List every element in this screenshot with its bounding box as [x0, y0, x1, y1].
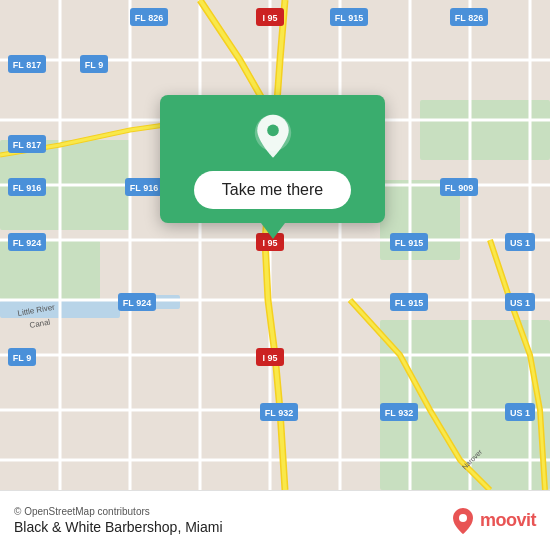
svg-text:FL 826: FL 826: [135, 13, 163, 23]
svg-text:FL 817: FL 817: [13, 60, 41, 70]
svg-text:I 95: I 95: [262, 238, 277, 248]
svg-text:FL 915: FL 915: [395, 238, 423, 248]
svg-text:US 1: US 1: [510, 238, 530, 248]
bottom-bar: © OpenStreetMap contributors Black & Whi…: [0, 490, 550, 550]
map-container: FL 826 FL 915 FL 826 FL 817 FL 817 FL 91…: [0, 0, 550, 490]
svg-text:I 95: I 95: [262, 353, 277, 363]
svg-text:FL 909: FL 909: [445, 183, 473, 193]
navigation-popup: Take me there: [160, 95, 385, 223]
location-pin-icon: [249, 113, 297, 161]
svg-text:US 1: US 1: [510, 298, 530, 308]
map-background: FL 826 FL 915 FL 826 FL 817 FL 817 FL 91…: [0, 0, 550, 490]
location-label: Black & White Barbershop, Miami: [14, 519, 223, 535]
moovit-logo: moovit: [452, 507, 536, 535]
svg-text:FL 826: FL 826: [455, 13, 483, 23]
svg-text:FL 924: FL 924: [123, 298, 151, 308]
location-info: © OpenStreetMap contributors Black & Whi…: [14, 506, 223, 535]
svg-text:FL 932: FL 932: [385, 408, 413, 418]
svg-text:FL 916: FL 916: [13, 183, 41, 193]
svg-point-73: [267, 125, 279, 137]
svg-text:FL 916: FL 916: [130, 183, 158, 193]
svg-text:FL 9: FL 9: [85, 60, 103, 70]
moovit-pin-icon: [452, 507, 474, 535]
svg-text:FL 915: FL 915: [395, 298, 423, 308]
take-me-there-button[interactable]: Take me there: [194, 171, 351, 209]
svg-text:US 1: US 1: [510, 408, 530, 418]
svg-text:FL 915: FL 915: [335, 13, 363, 23]
svg-text:FL 932: FL 932: [265, 408, 293, 418]
svg-text:FL 817: FL 817: [13, 140, 41, 150]
moovit-wordmark: moovit: [480, 510, 536, 531]
svg-text:FL 9: FL 9: [13, 353, 31, 363]
svg-point-74: [459, 514, 467, 522]
copyright-label: © OpenStreetMap contributors: [14, 506, 223, 517]
svg-text:FL 924: FL 924: [13, 238, 41, 248]
svg-text:I 95: I 95: [262, 13, 277, 23]
